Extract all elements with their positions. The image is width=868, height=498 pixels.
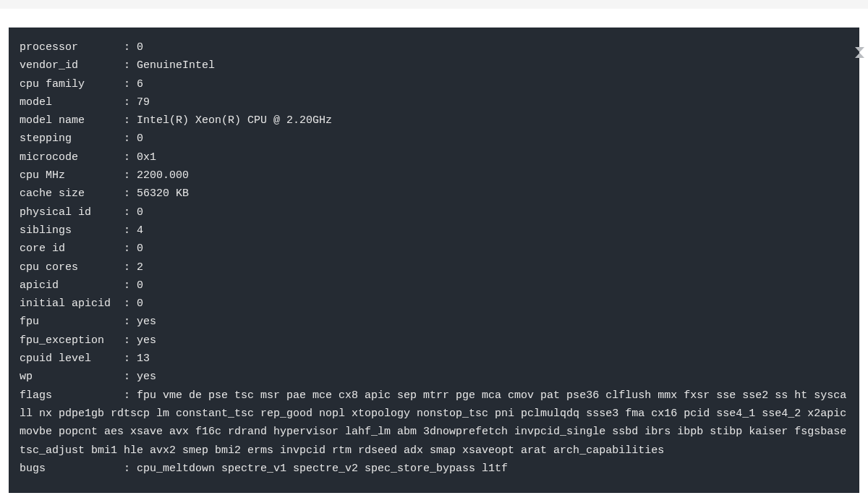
row-core-id: core id : 0 <box>20 242 143 255</box>
svg-marker-0 <box>855 47 864 52</box>
row-physical-id: physical id : 0 <box>20 206 143 219</box>
row-cpu-family: cpu family : 6 <box>20 78 143 90</box>
row-model: model : 79 <box>20 96 150 109</box>
row-fpu-exception: fpu_exception : yes <box>20 334 156 347</box>
row-vendor-id: vendor_id : GenuineIntel <box>20 59 215 72</box>
row-cpu-cores: cpu cores : 2 <box>20 261 143 274</box>
svg-marker-1 <box>855 53 864 58</box>
row-microcode: microcode : 0x1 <box>20 151 156 164</box>
cpu-info-output: processor : 0 vendor_id : GenuineIntel c… <box>9 28 859 493</box>
chevron-down-icon <box>855 47 864 52</box>
row-siblings: siblings : 4 <box>20 224 143 237</box>
row-cpu-mhz: cpu MHz : 2200.000 <box>20 169 189 182</box>
scroll-to-output-button[interactable] <box>855 47 864 58</box>
row-stepping: stepping : 0 <box>20 132 143 145</box>
row-cache-size: cache size : 56320 KB <box>20 187 189 200</box>
row-cpuid-level: cpuid level : 13 <box>20 353 150 365</box>
row-wp: wp : yes <box>20 371 156 383</box>
chevron-up-icon <box>855 53 864 58</box>
row-processor: processor : 0 <box>20 41 143 54</box>
row-fpu: fpu : yes <box>20 316 156 328</box>
row-apicid: apicid : 0 <box>20 279 143 292</box>
top-bar <box>0 0 868 9</box>
row-initial-apicid: initial apicid : 0 <box>20 297 143 310</box>
row-bugs: bugs : cpu_meltdown spectre_v1 spectre_v… <box>20 463 508 475</box>
row-flags: flags : fpu vme de pse tsc msr pae mce c… <box>20 389 853 457</box>
row-model-name: model name : Intel(R) Xeon(R) CPU @ 2.20… <box>20 114 332 127</box>
